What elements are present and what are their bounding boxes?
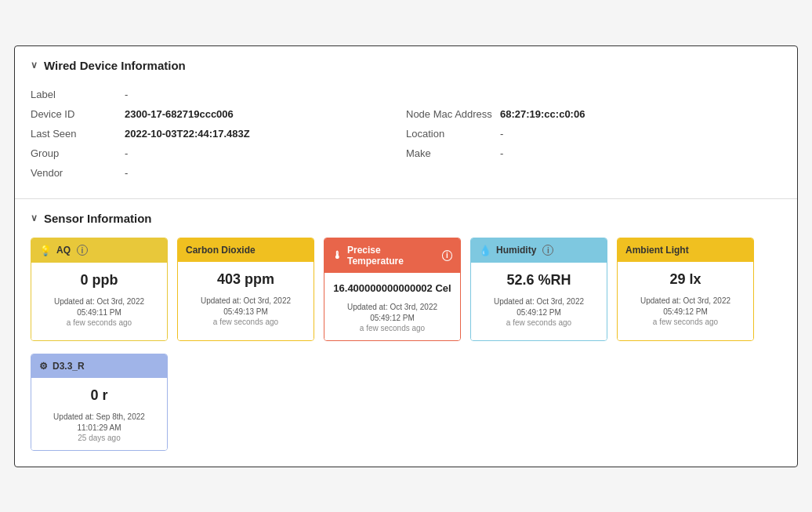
aq-icon: 💡 <box>39 245 52 256</box>
device-id-row: Device ID 2300-17-682719ccc006 Node Mac … <box>31 104 781 124</box>
make-group: Make - <box>406 147 781 159</box>
sensor-section: ∨ Sensor Information 💡 AQ i 0 ppb Update… <box>15 199 797 467</box>
d33r-updated: Updated at: Sep 8th, 2022 11:01:29 AM <box>39 412 159 434</box>
aq-updated: Updated at: Oct 3rd, 2022 05:49:11 PM <box>39 296 159 318</box>
d33r-time-ago: 25 days ago <box>39 434 159 442</box>
co2-value: 403 ppm <box>186 271 306 288</box>
humidity-card-body: 52.6 %RH Updated at: Oct 3rd, 2022 05:49… <box>471 263 607 340</box>
location-label: Location <box>406 128 500 140</box>
light-value: 29 lx <box>625 271 745 288</box>
mac-address-group: Node Mac Address 68:27:19:cc:c0:06 <box>406 108 781 120</box>
aq-card-header: 💡 AQ i <box>31 238 167 263</box>
co2-updated: Updated at: Oct 3rd, 2022 05:49:13 PM <box>186 296 306 318</box>
humidity-updated: Updated at: Oct 3rd, 2022 05:49:12 PM <box>479 296 599 318</box>
wired-device-section: ∨ Wired Device Information Label - Devic… <box>15 46 797 198</box>
humidity-time-ago: a few seconds ago <box>479 318 599 327</box>
mac-address-label: Node Mac Address <box>406 108 500 120</box>
last-seen-label: Last Seen <box>31 128 125 140</box>
co2-time-ago: a few seconds ago <box>186 318 306 326</box>
label-row: Label - <box>31 85 781 104</box>
temp-name: Precise Temperature <box>347 245 436 267</box>
group-group: Group - <box>31 147 406 159</box>
d33r-icon: ⚙ <box>39 361 48 372</box>
device-id-value: 2300-17-682719ccc006 <box>125 108 234 120</box>
light-card-header: Ambient Light <box>618 238 753 262</box>
light-name: Ambient Light <box>625 245 689 256</box>
aq-info-icon[interactable]: i <box>77 245 88 256</box>
sensor-cards-container: 💡 AQ i 0 ppb Updated at: Oct 3rd, 2022 0… <box>31 238 781 341</box>
humidity-name: Humidity <box>496 245 536 256</box>
temp-card: 🌡 Precise Temperature i 16.4000000000000… <box>324 238 461 341</box>
co2-card-body: 403 ppm Updated at: Oct 3rd, 2022 05:49:… <box>178 262 314 340</box>
d33r-card-header: ⚙ D3.3_R <box>31 354 167 378</box>
last-seen-value: 2022-10-03T22:44:17.483Z <box>125 128 250 140</box>
co2-name: Carbon Dioxide <box>186 245 256 256</box>
light-updated: Updated at: Oct 3rd, 2022 05:49:12 PM <box>625 296 745 318</box>
temp-value: 16.400000000000002 Cel <box>332 282 452 294</box>
mac-address-value: 68:27:19:cc:c0:06 <box>500 108 585 120</box>
aq-card-body: 0 ppb Updated at: Oct 3rd, 2022 05:49:11… <box>31 263 167 340</box>
temp-icon: 🌡 <box>332 249 343 261</box>
chevron-icon[interactable]: ∨ <box>31 60 38 71</box>
device-id-label: Device ID <box>31 108 125 120</box>
co2-card-header: Carbon Dioxide <box>178 238 314 262</box>
humidity-card: 💧 Humidity i 52.6 %RH Updated at: Oct 3r… <box>470 238 607 341</box>
humidity-card-header: 💧 Humidity i <box>471 238 607 263</box>
device-id-group: Device ID 2300-17-682719ccc006 <box>31 108 406 120</box>
group-label: Group <box>31 147 125 159</box>
vendor-group: Vendor - <box>31 167 406 179</box>
main-container: ∨ Wired Device Information Label - Devic… <box>14 45 798 467</box>
humidity-value: 52.6 %RH <box>479 272 599 289</box>
humidity-icon: 💧 <box>479 245 491 256</box>
last-seen-row: Last Seen 2022-10-03T22:44:17.483Z Locat… <box>31 124 781 143</box>
group-row: Group - Make - <box>31 143 781 163</box>
sensor-section-header: ∨ Sensor Information <box>31 212 781 225</box>
make-label: Make <box>406 147 500 159</box>
device-info-table: Label - Device ID 2300-17-682719ccc006 N… <box>31 85 781 183</box>
label-field-value: - <box>125 89 128 100</box>
sensor-section-title: Sensor Information <box>44 212 152 225</box>
vendor-row: Vendor - <box>31 163 781 183</box>
temp-time-ago: a few seconds ago <box>332 324 452 332</box>
d33r-card: ⚙ D3.3_R 0 r Updated at: Sep 8th, 2022 1… <box>31 354 168 451</box>
humidity-info-icon[interactable]: i <box>542 245 553 256</box>
label-field-label: Label <box>31 89 125 100</box>
wired-device-title: Wired Device Information <box>44 59 186 72</box>
location-group: Location - <box>406 128 781 140</box>
sensor-cards-row2: ⚙ D3.3_R 0 r Updated at: Sep 8th, 2022 1… <box>31 354 781 451</box>
location-value: - <box>500 128 503 140</box>
vendor-label: Vendor <box>31 167 125 179</box>
d33r-card-body: 0 r Updated at: Sep 8th, 2022 11:01:29 A… <box>31 378 167 450</box>
temp-updated: Updated at: Oct 3rd, 2022 05:49:12 PM <box>332 302 452 324</box>
aq-card: 💡 AQ i 0 ppb Updated at: Oct 3rd, 2022 0… <box>31 238 168 341</box>
co2-card: Carbon Dioxide 403 ppm Updated at: Oct 3… <box>177 238 314 341</box>
temp-info-icon[interactable]: i <box>442 250 452 261</box>
temp-card-header: 🌡 Precise Temperature i <box>324 238 460 273</box>
sensor-chevron-icon[interactable]: ∨ <box>31 212 38 223</box>
last-seen-group: Last Seen 2022-10-03T22:44:17.483Z <box>31 128 406 140</box>
aq-time-ago: a few seconds ago <box>39 318 159 327</box>
vendor-value: - <box>125 167 128 179</box>
d33r-name: D3.3_R <box>53 361 85 372</box>
wired-device-header: ∨ Wired Device Information <box>31 59 781 72</box>
aq-value: 0 ppb <box>39 272 159 289</box>
d33r-value: 0 r <box>39 387 159 404</box>
light-card: Ambient Light 29 lx Updated at: Oct 3rd,… <box>617 238 754 341</box>
light-time-ago: a few seconds ago <box>625 318 745 326</box>
light-card-body: 29 lx Updated at: Oct 3rd, 2022 05:49:12… <box>618 262 753 340</box>
group-value: - <box>125 147 128 159</box>
aq-name: AQ <box>56 245 71 256</box>
make-value: - <box>500 147 503 159</box>
temp-card-body: 16.400000000000002 Cel Updated at: Oct 3… <box>324 273 460 340</box>
